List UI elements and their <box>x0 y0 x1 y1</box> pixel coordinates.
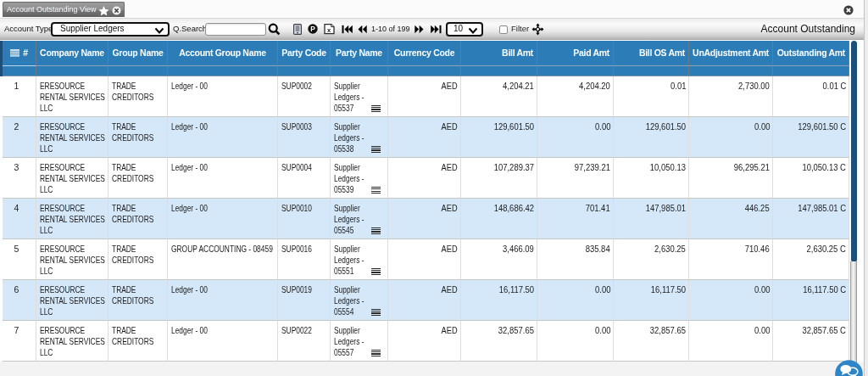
svg-text:P: P <box>310 25 315 33</box>
